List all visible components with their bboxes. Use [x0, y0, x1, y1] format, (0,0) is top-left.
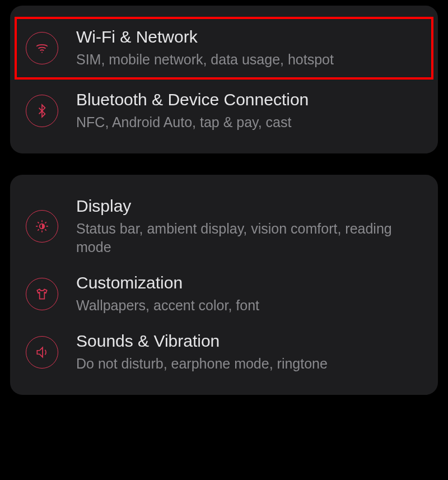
list-item-subtitle: SIM, mobile network, data usage, hotspot	[76, 50, 422, 69]
svg-line-9	[45, 222, 46, 223]
list-item-text: Sounds & Vibration Do not disturb, earph…	[76, 331, 422, 374]
brightness-icon	[26, 210, 58, 243]
settings-item-display[interactable]: Display Status bar, ambient display, vis…	[10, 188, 438, 265]
list-item-title: Bluetooth & Device Connection	[76, 90, 422, 110]
speaker-icon	[26, 336, 58, 369]
svg-point-0	[41, 52, 43, 53]
settings-item-customization[interactable]: Customization Wallpapers, accent color, …	[10, 265, 438, 323]
list-item-subtitle: NFC, Android Auto, tap & pay, cast	[76, 113, 422, 132]
list-item-text: Customization Wallpapers, accent color, …	[76, 273, 422, 315]
list-item-title: Sounds & Vibration	[76, 331, 422, 351]
tshirt-icon	[26, 278, 58, 310]
list-item-text: Display Status bar, ambient display, vis…	[76, 196, 422, 258]
list-item-title: Display	[76, 196, 422, 216]
list-item-text: Bluetooth & Device Connection NFC, Andro…	[76, 90, 422, 132]
wifi-icon	[26, 32, 58, 64]
list-item-subtitle: Wallpapers, accent color, font	[76, 296, 422, 315]
list-item-title: Customization	[76, 273, 422, 293]
svg-line-8	[38, 230, 39, 231]
bluetooth-icon	[26, 95, 58, 127]
list-item-title: Wi-Fi & Network	[76, 27, 422, 47]
settings-group-connectivity: Wi-Fi & Network SIM, mobile network, dat…	[10, 6, 438, 153]
settings-item-wifi-network[interactable]: Wi-Fi & Network SIM, mobile network, dat…	[15, 17, 433, 80]
svg-line-6	[38, 222, 39, 223]
settings-group-device: Display Status bar, ambient display, vis…	[10, 175, 438, 395]
settings-item-sounds-vibration[interactable]: Sounds & Vibration Do not disturb, earph…	[10, 323, 438, 381]
list-item-subtitle: Status bar, ambient display, vision comf…	[76, 220, 422, 258]
list-item-subtitle: Do not disturb, earphone mode, ringtone	[76, 355, 422, 374]
list-item-text: Wi-Fi & Network SIM, mobile network, dat…	[76, 27, 422, 69]
settings-item-bluetooth-device[interactable]: Bluetooth & Device Connection NFC, Andro…	[10, 82, 438, 140]
svg-line-7	[45, 230, 46, 231]
